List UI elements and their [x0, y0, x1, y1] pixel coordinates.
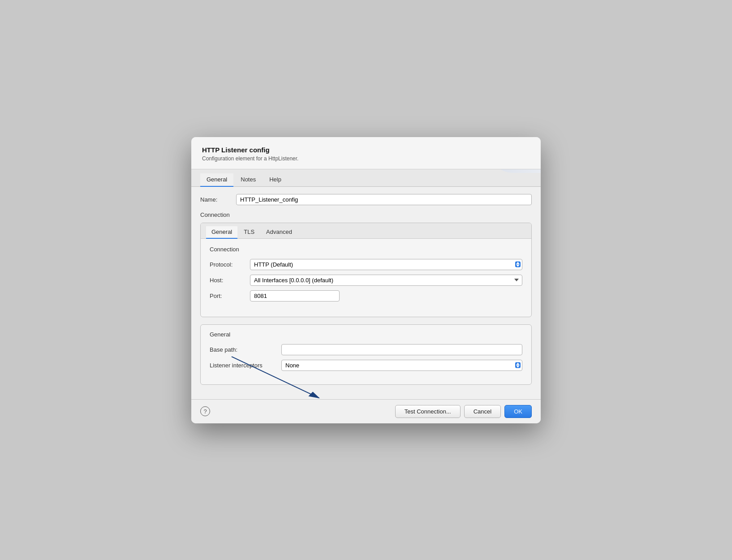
name-field-row: Name:	[200, 194, 532, 205]
ok-button[interactable]: OK	[504, 405, 532, 418]
host-label: Host:	[210, 277, 250, 284]
dialog-title: HTTP Listener config	[202, 146, 530, 154]
protocol-field-row: Protocol: HTTP (Default)	[210, 259, 522, 270]
test-connection-button[interactable]: Test Connection...	[395, 405, 461, 418]
help-icon[interactable]: ?	[200, 406, 210, 416]
port-input[interactable]	[250, 290, 340, 302]
outer-tab-bar: General Notes Help	[191, 169, 541, 187]
listener-interceptors-field-row: Listener interceptors None	[210, 360, 522, 371]
general-section-label: General	[210, 331, 522, 338]
listener-interceptors-select-wrapper: None	[281, 360, 522, 371]
name-input[interactable]	[236, 194, 532, 205]
cancel-button[interactable]: Cancel	[464, 405, 501, 418]
port-field-row: Port:	[210, 290, 522, 302]
general-section: General Base path: Listener interceptors…	[200, 324, 532, 385]
protocol-select[interactable]: HTTP (Default)	[250, 259, 522, 270]
tab-general-inner[interactable]: General	[206, 226, 237, 239]
host-select-wrapper: All Interfaces [0.0.0.0] (default)	[250, 275, 522, 286]
tab-help-outer[interactable]: Help	[263, 173, 288, 187]
host-select[interactable]: All Interfaces [0.0.0.0] (default)	[250, 275, 522, 286]
base-path-label: Base path:	[210, 346, 281, 353]
inner-tab-bar: General TLS Advanced	[201, 223, 531, 239]
tab-advanced-inner[interactable]: Advanced	[261, 226, 297, 239]
connection-inner-card: General TLS Advanced Connection Protocol…	[200, 223, 532, 317]
inner-tab-content: Connection Protocol: HTTP (Default)	[201, 239, 531, 317]
name-label: Name:	[200, 196, 236, 203]
connection-section-label: Connection	[200, 211, 532, 218]
tab-tls-inner[interactable]: TLS	[238, 226, 260, 239]
base-path-field-row: Base path:	[210, 344, 522, 355]
port-label: Port:	[210, 293, 250, 299]
host-field-row: Host: All Interfaces [0.0.0.0] (default)	[210, 275, 522, 286]
listener-interceptors-label: Listener interceptors	[210, 362, 281, 369]
outer-tab-content: Name: Connection General TLS Advanced Co…	[191, 187, 541, 399]
dialog-footer: ? Test Connection... Cancel OK	[191, 399, 541, 423]
dialog-subtitle: Configuration element for a HttpListener…	[202, 155, 530, 162]
tab-notes-outer[interactable]: Notes	[234, 173, 262, 187]
protocol-select-wrapper: HTTP (Default)	[250, 259, 522, 270]
base-path-input[interactable]	[281, 344, 522, 355]
inner-connection-label: Connection	[210, 246, 522, 253]
tab-general-outer[interactable]: General	[200, 173, 233, 187]
protocol-label: Protocol:	[210, 261, 250, 268]
listener-interceptors-select[interactable]: None	[281, 360, 522, 371]
